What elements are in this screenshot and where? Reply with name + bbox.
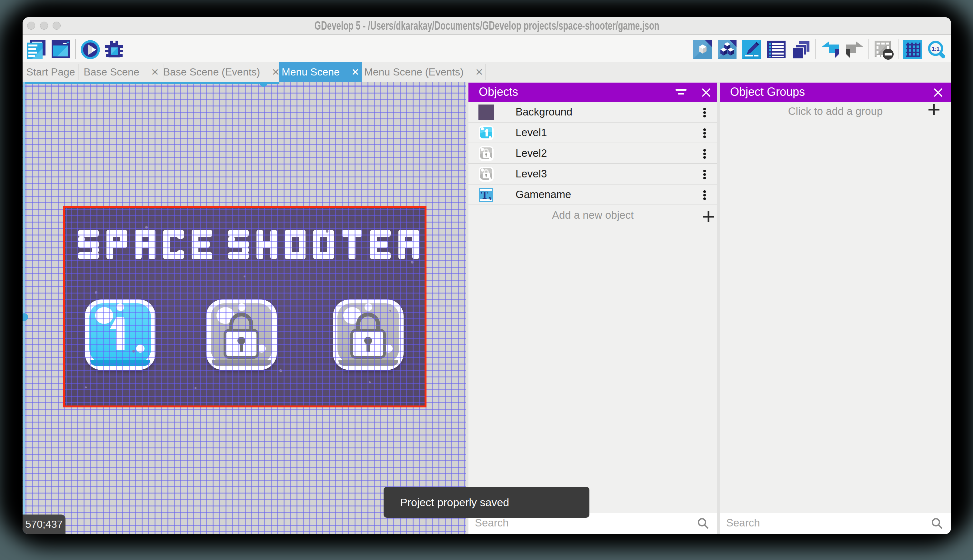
svg-text:T: T xyxy=(481,189,488,201)
svg-text:1:1: 1:1 xyxy=(932,46,940,52)
svg-text:x: x xyxy=(488,193,492,202)
